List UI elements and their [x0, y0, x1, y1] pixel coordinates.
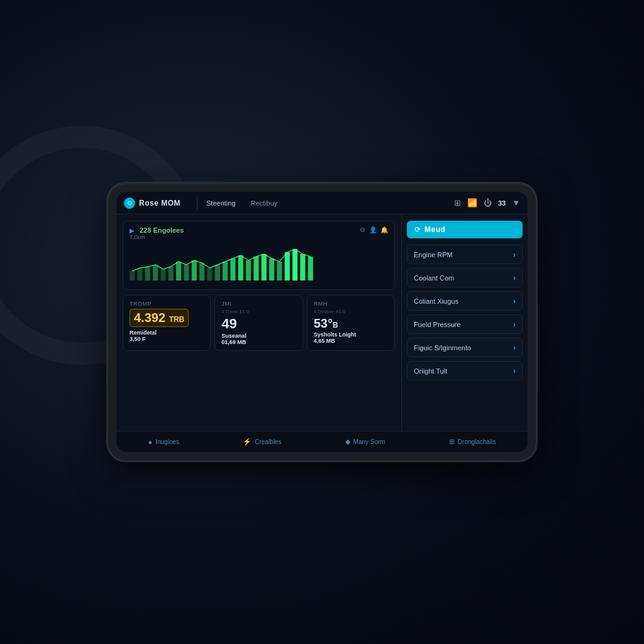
stat-label-0: TROMP [130, 301, 204, 307]
logo-icon: ⊙ [124, 197, 135, 209]
tab-crealbles[interactable]: ⚡ Crealbles [243, 438, 281, 446]
svg-rect-23 [308, 257, 313, 280]
main-content: ▶ 228 Engolees 7.0cm ⚙ 👤 🔔 [116, 214, 528, 431]
header-divider [197, 197, 197, 209]
svg-rect-16 [253, 257, 258, 280]
tab-icon-0: ● [148, 438, 153, 446]
tab-label-2: Many Sorm [353, 438, 386, 445]
stat-value-2: 53°B [314, 317, 388, 330]
header-nav: Steenting Rectibuy [204, 198, 454, 208]
svg-rect-19 [277, 262, 282, 280]
svg-rect-4 [160, 269, 165, 280]
chevron-right-1: › [513, 273, 516, 282]
stat-value-0: 4.392 TRB [130, 309, 189, 327]
stat-card-rmh: RMH 4 Dedure 41.0 53°B Sysholts Loight 4… [307, 295, 395, 351]
svg-rect-18 [269, 258, 274, 280]
chevron-right-3: › [513, 319, 516, 329]
stat-label-1: JMI [221, 301, 296, 307]
tab-inugines[interactable]: ● Inugines [148, 438, 179, 446]
svg-rect-15 [246, 260, 251, 280]
nav-rectibuy[interactable]: Rectibuy [248, 198, 280, 208]
chart-icon-user[interactable]: 👤 [369, 226, 377, 233]
stats-grid: TROMP 4.392 TRB Remidetal 3,50 F JMI 4 D… [123, 295, 395, 351]
chart-svg [130, 243, 388, 280]
chart-label: 228 Engolees [140, 226, 184, 234]
menu-item-text-4: Figuic S/Iginmento [414, 344, 471, 352]
svg-rect-13 [230, 258, 235, 280]
tab-label-3: Dronglachalis [458, 438, 496, 445]
svg-rect-20 [285, 252, 290, 280]
svg-rect-0 [130, 271, 135, 280]
svg-rect-3 [153, 265, 158, 280]
tab-icon-2: ◆ [345, 438, 350, 446]
chart-area: ▶ 228 Engolees 7.0cm ⚙ 👤 🔔 [123, 221, 395, 290]
svg-rect-5 [169, 267, 174, 280]
chart-icon-settings[interactable]: ⚙ [360, 226, 365, 233]
stat-card-tromp: TROMP 4.392 TRB Remidetal 3,50 F [123, 295, 211, 351]
tab-icon-1: ⚡ [243, 438, 252, 446]
menu-button[interactable]: ⟳ Meud [407, 221, 523, 238]
menu-item-fuel-pressure[interactable]: Fueld Pressure › [407, 314, 523, 334]
stat-value-1: 49 [221, 317, 296, 331]
stat-card-jmi: JMI 4 Dane 11.0 49 Suseanal 01,69 MB [214, 295, 303, 351]
menu-item-text-0: Engine RPM [414, 251, 453, 258]
menu-item-text-5: Oriight Tult [414, 367, 447, 375]
menu-button-icon: ⟳ [414, 225, 421, 234]
device-frame: ⊙ Rose MOM Steenting Rectibuy ⊞ 📶 ⏻ 33 ▼ [108, 184, 536, 460]
nav-steenting[interactable]: Steenting [204, 198, 238, 208]
tab-dronglachalis[interactable]: ⊞ Dronglachalis [449, 438, 496, 446]
svg-rect-8 [192, 260, 197, 280]
chart-icons: ⚙ 👤 🔔 [360, 226, 388, 233]
chevron-right-2: › [513, 296, 516, 306]
svg-rect-1 [137, 268, 142, 280]
svg-rect-14 [238, 255, 243, 280]
chevron-right-4: › [513, 343, 516, 352]
power-icon[interactable]: ⏻ [484, 198, 492, 208]
svg-rect-6 [176, 262, 181, 280]
menu-item-text-1: Coolant Com [414, 274, 454, 282]
svg-rect-22 [300, 254, 305, 280]
app-title: Rose MOM [139, 199, 180, 208]
menu-item-coolant-com[interactable]: Coolant Com › [407, 268, 523, 287]
menu-item-coliant-xiugus[interactable]: Coliant Xiugus › [407, 291, 523, 311]
tab-icon-3: ⊞ [449, 438, 455, 446]
chart-icon-bell[interactable]: 🔔 [380, 226, 388, 233]
menu-item-oriight[interactable]: Oriight Tult › [407, 361, 523, 380]
menu-item-text-2: Coliant Xiugus [414, 297, 458, 305]
grid-icon[interactable]: ⊞ [454, 198, 461, 208]
stat-sublabel-2: 4 Dedure 41.0 [314, 309, 388, 314]
app-logo: ⊙ Rose MOM [124, 197, 180, 209]
svg-rect-10 [207, 268, 212, 280]
header-actions: ⊞ 📶 ⏻ 33 ▼ [454, 198, 520, 208]
tab-many-sorm[interactable]: ◆ Many Sorm [345, 438, 386, 446]
chart-sub: 7.0cm [130, 234, 388, 240]
chevron-right-5: › [513, 366, 516, 375]
device-screen: ⊙ Rose MOM Steenting Rectibuy ⊞ 📶 ⏻ 33 ▼ [116, 191, 528, 453]
stat-footer-0: Remidetal 3,50 F [130, 330, 204, 342]
bottom-tabs: ● Inugines ⚡ Crealbles ◆ Many Sorm ⊞ Dro… [116, 431, 528, 452]
tab-label-0: Inugines [155, 438, 179, 445]
svg-rect-21 [292, 249, 297, 280]
stat-footer-2: Sysholts Loight 4,65 MB [314, 331, 388, 344]
header-bar: ⊙ Rose MOM Steenting Rectibuy ⊞ 📶 ⏻ 33 ▼ [116, 192, 528, 214]
signal-icon: 📶 [467, 198, 477, 208]
svg-rect-2 [145, 267, 150, 280]
stat-sublabel-1: 4 Dane 11.0 [221, 309, 296, 314]
left-panel: ▶ 228 Engolees 7.0cm ⚙ 👤 🔔 [116, 214, 402, 431]
chevron-right-0: › [513, 250, 516, 259]
tab-label-1: Crealbles [255, 438, 281, 445]
right-panel: ⟳ Meud Engine RPM › Coolant Com › Colian… [402, 214, 528, 431]
menu-item-engine-rpm[interactable]: Engine RPM › [407, 245, 523, 264]
svg-rect-12 [223, 262, 228, 280]
menu-item-figuic[interactable]: Figuic S/Iginmento › [407, 338, 523, 357]
stat-footer-1: Suseanal 01,69 MB [221, 333, 296, 345]
svg-rect-17 [262, 254, 267, 280]
menu-item-text-3: Fueld Pressure [414, 321, 461, 328]
dropdown-icon[interactable]: ▼ [512, 198, 520, 208]
svg-rect-9 [199, 263, 204, 280]
svg-rect-7 [184, 265, 189, 280]
stat-label-2: RMH [314, 301, 388, 307]
battery-value: 33 [498, 199, 506, 207]
menu-button-label: Meud [425, 225, 445, 234]
svg-rect-11 [215, 265, 220, 280]
